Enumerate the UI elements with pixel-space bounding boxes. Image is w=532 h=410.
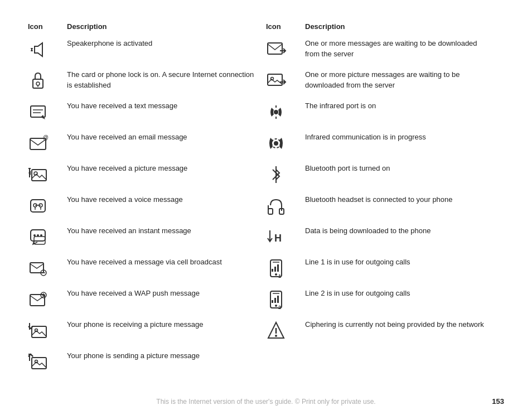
svg-point-55 (275, 273, 277, 276)
svg-rect-57 (274, 267, 276, 272)
icon-pic-msg-waiting (266, 70, 305, 91)
row-card-lock: The card or phone lock is on. A secure I… (28, 70, 255, 94)
row-data-download: H Data is being downloaded to the phone (266, 226, 493, 250)
row-picture-msg: You have received a picture message (28, 163, 255, 188)
desc-voice-msg: You have received a voice message (67, 195, 255, 205)
icon-line2-outgoing: 2 (266, 288, 305, 310)
svg-rect-30 (30, 295, 45, 306)
row-bluetooth-headset: Bluetooth headset is connected to your p… (266, 195, 493, 219)
icon-card-lock (28, 70, 67, 91)
svg-text:@: @ (43, 134, 49, 141)
desc-bluetooth-headset: Bluetooth headset is connected to your p… (305, 195, 493, 205)
desc-text-msg: You have received a text message (67, 101, 255, 112)
desc-instant-msg: You have received an instant message (67, 226, 255, 237)
svg-point-5 (36, 82, 40, 85)
left-column: Icon Description Speakerphone is act (28, 22, 266, 382)
desc-receiving-pic: Your phone is receiving a picture messag… (67, 320, 255, 330)
left-header: Icon Description (28, 22, 255, 31)
icon-email-msg: @ (28, 132, 67, 153)
icon-receiving-pic (28, 320, 67, 341)
desc-pic-msg-waiting: One or more picture messages are waiting… (305, 70, 493, 91)
icon-cell-broadcast (28, 257, 67, 278)
desc-email-msg: You have received an email message (67, 132, 255, 143)
row-instant-msg: You have received an instant message (28, 226, 255, 250)
row-infrared-progress: Infrared communication is in progress (266, 132, 493, 157)
svg-rect-37 (32, 358, 46, 369)
right-header: Icon Description (266, 22, 493, 31)
icon-wap-push (28, 288, 67, 310)
desc-infrared-on: The infrared port is on (305, 101, 493, 112)
icon-text-msg (28, 101, 67, 122)
right-header-icon-label: Icon (266, 22, 305, 31)
icon-speakerphone (28, 38, 67, 60)
row-ciphering: Ciphering is currently not being provide… (266, 320, 493, 344)
desc-picture-msg: You have received a picture message (67, 163, 255, 174)
svg-rect-49 (268, 209, 273, 214)
desc-line1-outgoing: Line 1 is in use for outgoing calls (305, 257, 493, 268)
row-receiving-pic: Your phone is receiving a picture messag… (28, 320, 255, 344)
icon-infrared-progress (266, 132, 305, 153)
svg-rect-34 (32, 326, 46, 337)
svg-rect-64 (274, 298, 276, 303)
desc-cell-broadcast: You have received a message via cell bro… (67, 257, 255, 268)
desc-ciphering: Ciphering is currently not being provide… (305, 320, 493, 330)
svg-point-62 (275, 305, 277, 307)
svg-point-43 (274, 110, 278, 114)
svg-rect-41 (268, 74, 282, 85)
svg-text:H: H (274, 233, 282, 244)
svg-marker-0 (35, 43, 42, 56)
row-bluetooth-on: Bluetooth port is turned on (266, 163, 493, 188)
icon-ciphering (266, 320, 305, 341)
svg-rect-63 (272, 300, 273, 303)
row-voice-msg: You have received a voice message (28, 195, 255, 219)
desc-card-lock: The card or phone lock is on. A secure I… (67, 70, 255, 91)
row-line1-outgoing: 1 Line 1 is in use for outgoing calls (266, 257, 493, 282)
right-header-desc-label: Description (305, 22, 345, 31)
desc-wap-push: You have received a WAP push message (67, 288, 255, 299)
left-header-icon-label: Icon (28, 22, 67, 31)
page-number: 153 (492, 397, 504, 406)
desc-infrared-progress: Infrared communication is in progress (305, 132, 493, 143)
row-sending-pic: Your phone is sending a picture message (28, 351, 255, 375)
row-pic-msg-waiting: One or more picture messages are waiting… (266, 70, 493, 94)
icon-instant-msg (28, 226, 67, 247)
row-speakerphone: Speakerphone is activated (28, 38, 255, 63)
desc-speakerphone: Speakerphone is activated (67, 38, 255, 49)
row-msg-waiting: One or more messages are waiting to be d… (266, 38, 493, 63)
desc-line2-outgoing: Line 2 is in use for outgoing calls (305, 288, 493, 299)
svg-rect-13 (32, 170, 46, 181)
left-header-desc-label: Description (67, 22, 107, 31)
icon-infrared-on (266, 101, 305, 122)
svg-point-44 (274, 141, 278, 146)
right-column: Icon Description One or more messages ar… (266, 22, 504, 382)
icon-bluetooth-headset (266, 195, 305, 216)
svg-rect-58 (277, 264, 279, 272)
row-wap-push: You have received a WAP push message (28, 288, 255, 313)
icon-msg-waiting (266, 38, 305, 60)
icon-line1-outgoing: 1 (266, 257, 305, 278)
icon-data-download: H (266, 226, 305, 247)
svg-rect-40 (268, 43, 282, 54)
row-cell-broadcast: You have received a message via cell bro… (28, 257, 255, 282)
desc-data-download: Data is being downloaded to the phone (305, 226, 493, 237)
desc-msg-waiting: One or more messages are waiting to be d… (305, 38, 493, 60)
icon-bluetooth-on (266, 163, 305, 185)
desc-bluetooth-on: Bluetooth port is turned on (305, 163, 493, 174)
svg-point-69 (275, 335, 277, 337)
columns: Icon Description Speakerphone is act (28, 22, 504, 382)
row-line2-outgoing: 2 Line 2 is in use for outgoing calls (266, 288, 493, 313)
svg-text:2: 2 (278, 305, 281, 310)
svg-text:1: 1 (278, 273, 281, 279)
page: Icon Description Speakerphone is act (0, 0, 532, 410)
icon-picture-msg (28, 163, 67, 185)
svg-rect-65 (277, 296, 279, 303)
footer-text: This is the Internet version of the user… (0, 398, 532, 406)
row-text-msg: You have received a text message (28, 101, 255, 126)
icon-sending-pic (28, 351, 67, 372)
svg-rect-15 (31, 200, 45, 212)
row-infrared-on: The infrared port is on (266, 101, 493, 126)
desc-sending-pic: Your phone is sending a picture message (67, 351, 255, 361)
icon-voice-msg (28, 195, 67, 216)
row-email-msg: @ You have received an email message (28, 132, 255, 157)
svg-rect-56 (272, 269, 273, 272)
